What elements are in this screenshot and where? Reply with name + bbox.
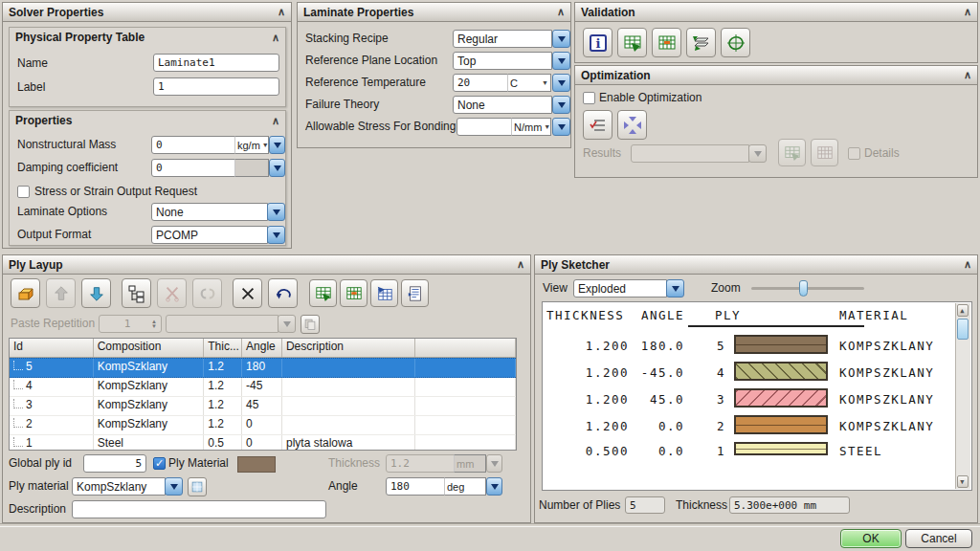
sketch-thickness: 1.200	[543, 419, 629, 433]
validate-table-button[interactable]	[652, 28, 681, 57]
table-row[interactable]: 2 KompSzklany 1.2 0	[10, 416, 516, 435]
angle-input[interactable]: 180	[386, 477, 445, 496]
temperature-unit-dropdown[interactable]: C▼	[507, 74, 551, 92]
zoom-slider-thumb[interactable]	[799, 280, 808, 297]
cancel-button[interactable]: Cancel	[905, 529, 972, 548]
export-layup-button[interactable]	[309, 279, 337, 307]
tree-view-button[interactable]	[122, 278, 151, 308]
design-criteria-button[interactable]	[583, 110, 612, 140]
undo-button[interactable]	[268, 278, 298, 308]
sketch-material: KOMPSZKLANY	[839, 339, 934, 353]
view-dropdown-button[interactable]	[666, 279, 684, 298]
enable-optimization-checkbox[interactable]	[583, 92, 595, 104]
bonding-unit-dropdown[interactable]: N/mm▼	[511, 118, 551, 136]
failure-theory-dropdown-button[interactable]	[552, 96, 570, 114]
layup-table-button[interactable]	[340, 279, 368, 307]
table-row[interactable]: 3 KompSzklany 1.2 45	[10, 397, 516, 416]
sketch-thickness: 0.500	[543, 444, 629, 458]
converge-button[interactable]	[617, 110, 647, 140]
global-ply-id-value: 5	[135, 457, 142, 470]
ply-table-header[interactable]: Id Composition Thic... Angle Description	[10, 339, 516, 358]
reference-plane-dropdown-button[interactable]	[552, 52, 570, 70]
nonstructural-mass-input[interactable]: 0	[151, 136, 235, 154]
physical-property-table-header[interactable]: Physical Property Table ∧	[10, 28, 285, 47]
reference-temperature-input[interactable]: 20	[453, 74, 508, 92]
view-dropdown[interactable]: Exploded	[573, 279, 667, 298]
ply-material-dropdown[interactable]: KompSzklany	[72, 477, 166, 496]
scroll-up-button[interactable]: ▲	[957, 304, 969, 317]
collapse-icon[interactable]: ∧	[557, 7, 565, 17]
export-stiffness-button[interactable]	[617, 28, 647, 57]
column-header-description[interactable]: Description	[282, 339, 415, 357]
column-header-id[interactable]: Id	[10, 339, 94, 357]
table-grid-icon	[816, 144, 834, 162]
collapse-icon[interactable]: ∧	[517, 259, 524, 270]
import-layup-button[interactable]	[370, 279, 398, 307]
ply-orientation-button[interactable]	[686, 28, 716, 57]
table-row[interactable]: 5 KompSzklany 1.2 180	[10, 358, 516, 378]
ply-sketcher-header[interactable]: Ply Sketcher ∧	[535, 255, 977, 275]
laminate-information-button[interactable]: i	[583, 28, 612, 57]
column-header-thickness[interactable]: Thic...	[204, 339, 242, 357]
failure-theory-value: None	[457, 99, 485, 112]
nonstructural-mass-options-button[interactable]	[269, 136, 285, 154]
name-input[interactable]: Laminate1	[153, 54, 279, 72]
collapse-icon[interactable]: ∧	[964, 70, 971, 80]
laminate-options-dropdown[interactable]: None	[151, 203, 268, 221]
reference-plane-dropdown[interactable]: Top	[453, 52, 552, 70]
stacking-recipe-dropdown-button[interactable]	[552, 30, 570, 48]
table-row[interactable]: 1 Steel 0.5 0 plyta stalowa	[10, 435, 516, 451]
global-ply-id-input[interactable]: 5	[83, 454, 146, 473]
bonding-stress-input[interactable]	[457, 118, 512, 136]
ply-layup-header[interactable]: Ply Layup ∧	[3, 255, 530, 275]
zoom-slider-track[interactable]	[751, 287, 864, 290]
reference-plane-label: Reference Plane Location	[305, 52, 437, 70]
optimization-header[interactable]: Optimization ∧	[575, 66, 977, 85]
table-row[interactable]: 4 KompSzklany 1.2 -45	[10, 378, 516, 397]
temperature-options-button[interactable]	[552, 74, 570, 92]
output-format-dropdown[interactable]: PCOMP	[151, 226, 268, 244]
scrollbar-thumb[interactable]	[957, 319, 969, 340]
failure-theory-dropdown[interactable]: None	[453, 96, 552, 114]
polar-diagram-button[interactable]	[721, 28, 750, 57]
column-header-composition[interactable]: Composition	[94, 339, 205, 357]
column-header-angle[interactable]: Angle	[242, 339, 282, 357]
stacking-recipe-dropdown[interactable]: Regular	[453, 30, 552, 48]
name-label: Name	[17, 55, 48, 73]
nonstructural-mass-unit-dropdown[interactable]: kg/m▼	[234, 136, 269, 154]
description-label: Description	[9, 500, 66, 518]
ok-button[interactable]: OK	[840, 529, 902, 548]
properties-header[interactable]: Properties ∧	[10, 111, 285, 130]
collapse-icon[interactable]: ∧	[964, 7, 971, 17]
new-ply-button[interactable]	[11, 278, 40, 308]
collapse-icon[interactable]: ∧	[272, 116, 279, 126]
ply-material-value: KompSzklany	[77, 480, 146, 494]
solver-properties-header[interactable]: Solver Properties ∧	[3, 3, 291, 22]
ply-material-checkbox[interactable]	[153, 457, 166, 470]
label-input[interactable]: 1	[153, 77, 279, 96]
stress-output-checkbox[interactable]	[17, 186, 30, 198]
laminate-options-dropdown-button[interactable]	[267, 203, 285, 221]
validation-header[interactable]: Validation ∧	[575, 3, 977, 22]
scroll-down-button[interactable]: ▼	[957, 475, 969, 488]
collapse-icon[interactable]: ∧	[272, 33, 279, 43]
collapse-icon[interactable]: ∧	[964, 259, 971, 270]
damping-options-button[interactable]	[269, 159, 285, 177]
list-view-button[interactable]	[401, 279, 429, 307]
validation-panel: Validation ∧ i	[574, 2, 978, 63]
bonding-options-button[interactable]	[552, 118, 570, 136]
ply-table[interactable]: Id Composition Thic... Angle Description…	[9, 338, 517, 451]
angle-options-button[interactable]	[486, 477, 502, 496]
ply-sketcher-canvas[interactable]: THICKNESS ANGLE PLY MATERIAL 1.200 180.0…	[542, 301, 972, 491]
new-material-button[interactable]	[188, 477, 207, 496]
move-ply-down-button[interactable]	[81, 278, 111, 308]
description-input[interactable]	[72, 500, 326, 518]
vertical-scrollbar[interactable]: ▲ ▼	[955, 303, 970, 489]
laminate-properties-header[interactable]: Laminate Properties ∧	[298, 3, 570, 22]
output-format-dropdown-button[interactable]	[267, 226, 285, 244]
delete-ply-button[interactable]	[233, 278, 262, 308]
ply-material-dropdown-button[interactable]	[165, 477, 183, 496]
collapse-icon[interactable]: ∧	[278, 7, 285, 17]
damping-input[interactable]: 0	[151, 159, 235, 177]
thickness-value: 1.2	[390, 457, 410, 470]
